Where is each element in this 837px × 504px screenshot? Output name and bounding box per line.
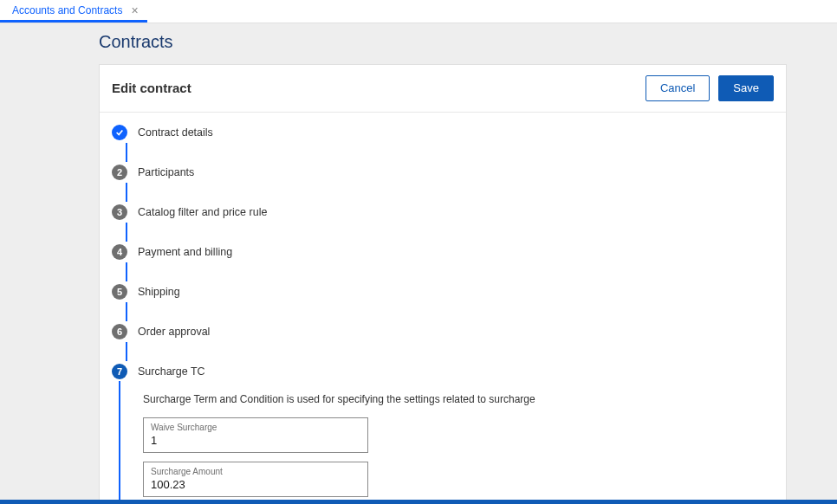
step-label: Order approval (138, 326, 210, 338)
step-participants[interactable]: 2 Participants (112, 165, 774, 202)
step-number-icon: 3 (112, 204, 127, 220)
step-shipping[interactable]: 5 Shipping (112, 284, 774, 321)
card-title: Edit contract (112, 81, 191, 95)
field-label: Surcharge Amount (151, 467, 360, 476)
waive-surcharge-field[interactable]: Waive Surcharge (143, 417, 368, 453)
step-connector (126, 143, 127, 162)
surcharge-amount-input[interactable] (151, 478, 360, 491)
step-label: Payment and billing (138, 246, 232, 258)
surcharge-amount-field[interactable]: Surcharge Amount (143, 462, 368, 497)
stepper: Contract details 2 Participants 3 Catalo… (100, 113, 786, 504)
step-label: Surcharge TC (138, 365, 205, 378)
step-connector (126, 223, 127, 242)
step-order-approval[interactable]: 6 Order approval (112, 324, 774, 361)
close-icon[interactable]: × (131, 4, 138, 16)
step-label: Participants (138, 166, 194, 178)
step-connector (119, 381, 120, 504)
step-connector (126, 183, 127, 202)
step-connector (126, 302, 127, 321)
tab-label: Accounts and Contracts (12, 4, 122, 16)
step-connector (126, 262, 127, 281)
footer-bar (0, 500, 837, 504)
field-label: Waive Surcharge (151, 423, 360, 432)
tab-accounts-contracts[interactable]: Accounts and Contracts × (0, 0, 147, 23)
step-label: Shipping (138, 286, 180, 298)
save-button[interactable]: Save (718, 75, 774, 101)
waive-surcharge-input[interactable] (151, 434, 360, 447)
surcharge-description: Surcharge Term and Condition is used for… (143, 393, 774, 405)
check-icon (112, 125, 127, 140)
page-title: Contracts (99, 32, 837, 52)
step-payment-billing[interactable]: 4 Payment and billing (112, 244, 774, 281)
header-actions: Cancel Save (646, 75, 774, 101)
card-header: Edit contract Cancel Save (100, 65, 786, 113)
step-connector (126, 342, 127, 361)
cancel-button[interactable]: Cancel (646, 75, 710, 101)
tab-bar: Accounts and Contracts × (0, 0, 837, 23)
step-body-surcharge: Surcharge Term and Condition is used for… (138, 379, 774, 504)
step-number-icon: 5 (112, 284, 127, 300)
step-contract-details[interactable]: Contract details (112, 125, 774, 162)
step-number-icon: 6 (112, 324, 127, 339)
step-surcharge-tc[interactable]: 7 Surcharge TC Surcharge Term and Condit… (112, 364, 774, 504)
step-label: Contract details (138, 126, 213, 139)
step-number-icon: 4 (112, 244, 127, 260)
step-catalog-filter[interactable]: 3 Catalog filter and price rule (112, 204, 774, 242)
step-label: Catalog filter and price rule (138, 206, 267, 218)
step-number-icon: 2 (112, 165, 127, 180)
step-number-icon: 7 (112, 364, 127, 379)
edit-contract-card: Edit contract Cancel Save Contract detai… (99, 64, 787, 504)
